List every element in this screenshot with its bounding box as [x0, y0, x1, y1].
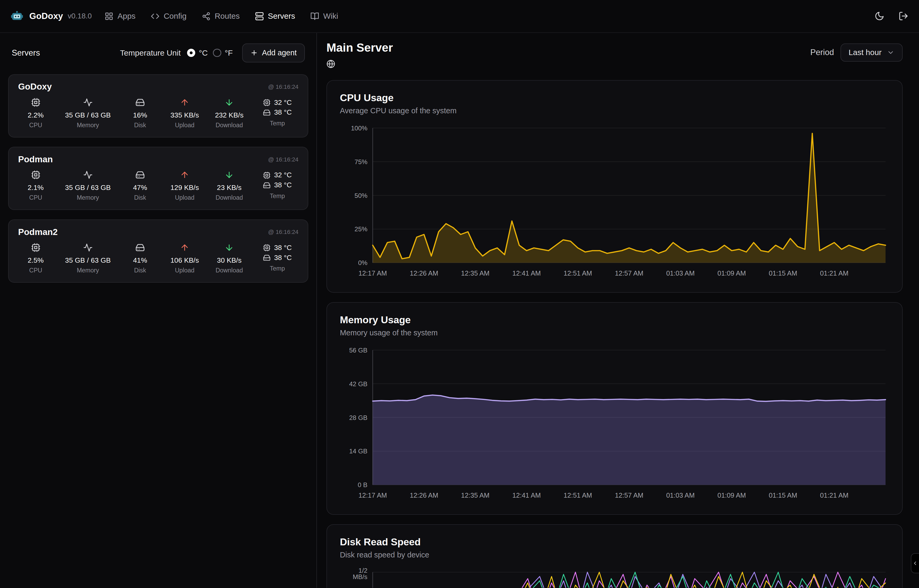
svg-text:1/2MB/s: 1/2MB/s — [353, 567, 368, 580]
navbar: GoDoxy v0.18.0 Apps Config Routes Server… — [0, 0, 919, 33]
svg-text:12:35 AM: 12:35 AM — [461, 492, 489, 499]
memory-stat: 35 GB / 63 GB Memory — [65, 98, 111, 129]
server-stats: 2.1% CPU 35 GB / 63 GB Memory 47% Disk 1… — [18, 170, 299, 201]
upload-value: 129 KB/s — [170, 184, 199, 192]
server-card-godoxy[interactable]: GoDoxy @ 16:16:24 2.2% CPU 35 GB / 63 GB… — [8, 74, 308, 137]
dark-mode-moon-icon[interactable] — [874, 11, 885, 21]
nav-label: Wiki — [323, 11, 338, 21]
chart-title: Memory Usage — [340, 314, 889, 326]
svg-text:12:26 AM: 12:26 AM — [410, 492, 438, 499]
upload-label: Upload — [175, 267, 194, 274]
upload-stat: 335 KB/s Upload — [170, 98, 200, 129]
server-card-podman2[interactable]: Podman2 @ 16:16:24 2.5% CPU 35 GB / 63 G… — [8, 220, 308, 283]
svg-text:12:17 AM: 12:17 AM — [359, 270, 387, 277]
cpu-stat: 2.1% CPU — [21, 170, 51, 201]
chart-subtitle: Average CPU usage of the system — [340, 107, 889, 115]
server-name: GoDoxy — [18, 82, 52, 92]
svg-text:01:03 AM: 01:03 AM — [666, 270, 694, 277]
svg-text:12:17 AM: 12:17 AM — [359, 492, 387, 499]
upload-stat: 106 KB/s Upload — [170, 243, 200, 274]
temp-stat: 32 °C 38 °C Temp — [258, 170, 296, 200]
panel-collapse-handle[interactable] — [911, 553, 919, 573]
disk-stat: 47% Disk — [125, 170, 155, 201]
period-label: Period — [810, 48, 834, 57]
download-arrow-icon — [225, 243, 234, 252]
cpu-label: CPU — [29, 267, 42, 274]
disk-temp-icon — [263, 109, 271, 116]
upload-label: Upload — [175, 194, 194, 201]
page-title: Main Server — [326, 41, 393, 54]
disk-stat: 41% Disk — [125, 243, 155, 274]
disk-temp-value: 38 °C — [274, 108, 292, 118]
disk-label: Disk — [134, 122, 146, 129]
svg-text:12:51 AM: 12:51 AM — [564, 270, 592, 277]
download-value: 23 KB/s — [217, 184, 241, 192]
server-name: Podman2 — [18, 227, 58, 237]
cpu-usage-chart: 0%25%50%75%100%12:17 AM12:26 AM12:35 AM1… — [340, 123, 889, 280]
nav-item-wiki[interactable]: Wiki — [310, 11, 338, 21]
temp-label: Temp — [270, 120, 285, 127]
servers-panel-header: Servers Temperature Unit °C °F Add agent — [8, 41, 308, 63]
servers-icon — [255, 12, 264, 21]
memory-value: 35 GB / 63 GB — [65, 256, 111, 265]
celsius-radio[interactable]: °C — [187, 48, 208, 57]
upload-stat: 129 KB/s Upload — [170, 170, 200, 201]
fahrenheit-radio[interactable]: °F — [213, 48, 233, 57]
plus-icon — [250, 49, 258, 57]
cpu-temp-value: 38 °C — [274, 243, 292, 253]
download-stat: 23 KB/s Download — [214, 170, 244, 201]
cpu-stat: 2.2% CPU — [21, 98, 51, 129]
upload-arrow-icon — [180, 243, 189, 252]
svg-text:0 B: 0 B — [358, 481, 368, 489]
disk-temp-icon — [263, 254, 271, 262]
cpu-temp-icon — [263, 171, 271, 179]
svg-text:56 GB: 56 GB — [349, 347, 367, 354]
svg-text:14 GB: 14 GB — [349, 448, 367, 455]
svg-text:0%: 0% — [358, 260, 367, 267]
svg-text:01:15 AM: 01:15 AM — [769, 270, 797, 277]
cpu-temp-value: 32 °C — [274, 170, 292, 180]
cpu-icon — [31, 243, 40, 252]
period-value: Last hour — [849, 48, 882, 57]
nav-label: Routes — [215, 11, 240, 21]
download-stat: 232 KB/s Download — [214, 98, 244, 129]
hard-drive-icon — [136, 98, 145, 107]
radio-selected-icon — [187, 49, 195, 57]
svg-text:12:41 AM: 12:41 AM — [512, 492, 541, 499]
nav-item-servers[interactable]: Servers — [255, 11, 295, 21]
cpu-icon — [31, 98, 40, 107]
download-label: Download — [215, 122, 243, 129]
fahrenheit-label: °F — [225, 48, 233, 57]
cpu-value: 2.5% — [27, 256, 44, 265]
svg-text:12:57 AM: 12:57 AM — [615, 270, 643, 277]
server-stats: 2.5% CPU 35 GB / 63 GB Memory 41% Disk 1… — [18, 243, 299, 274]
disk-temp-icon — [263, 181, 271, 189]
memory-label: Memory — [77, 267, 99, 274]
server-card-podman[interactable]: Podman @ 16:16:24 2.1% CPU 35 GB / 63 GB… — [8, 147, 308, 210]
add-agent-button[interactable]: Add agent — [242, 44, 305, 63]
temp-stat: 38 °C 38 °C Temp — [258, 243, 296, 272]
nav-item-routes[interactable]: Routes — [202, 11, 240, 21]
nav-label: Config — [164, 11, 187, 21]
add-agent-label: Add agent — [262, 48, 297, 57]
memory-stat: 35 GB / 63 GB Memory — [65, 243, 111, 274]
memory-label: Memory — [77, 194, 99, 201]
nav-item-apps[interactable]: Apps — [105, 11, 136, 21]
chevron-left-icon — [912, 561, 918, 566]
version-label: v0.18.0 — [68, 12, 92, 20]
disk-label: Disk — [134, 267, 146, 274]
temp-label: Temp — [270, 265, 285, 272]
nav-item-config[interactable]: Config — [151, 11, 187, 21]
hard-drive-icon — [136, 243, 145, 252]
download-arrow-icon — [225, 98, 234, 107]
main-nav: Apps Config Routes Servers Wiki — [105, 11, 338, 21]
svg-text:12:57 AM: 12:57 AM — [615, 492, 643, 499]
logout-icon[interactable] — [898, 11, 908, 21]
nav-label: Apps — [118, 11, 136, 21]
memory-label: Memory — [77, 122, 99, 129]
period-select[interactable]: Last hour — [840, 44, 903, 61]
cpu-temp-icon — [263, 244, 271, 252]
wiki-book-icon — [310, 12, 319, 21]
svg-text:12:26 AM: 12:26 AM — [410, 270, 438, 277]
globe-icon[interactable] — [326, 60, 335, 68]
